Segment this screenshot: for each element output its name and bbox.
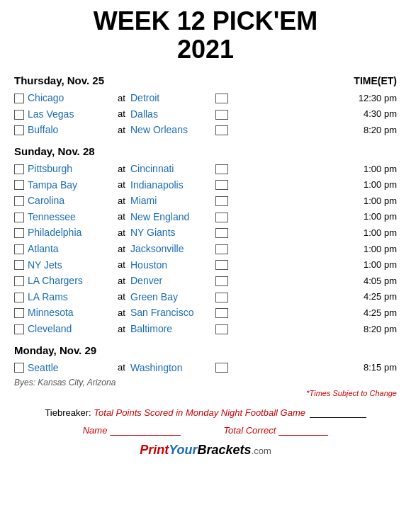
checkbox-away-1-5[interactable] <box>14 244 24 254</box>
at-label: at <box>113 179 130 191</box>
game-time: 4:25 pm <box>231 290 397 303</box>
time-header: TIME(ET) <box>354 75 397 86</box>
checkbox-home-1-4[interactable] <box>215 228 228 238</box>
team-away: Cleveland <box>28 322 113 336</box>
team-home: Indianapolis <box>130 179 215 193</box>
checkbox-away-0-2[interactable] <box>14 125 24 135</box>
tiebreaker-description: Total Points Scored in Monday Night Foot… <box>94 407 305 418</box>
team-away: Seattle <box>28 361 113 375</box>
checkbox-away-2-0[interactable] <box>14 363 24 373</box>
at-label: at <box>113 307 130 319</box>
at-label: at <box>113 361 130 374</box>
checkbox-away-1-0[interactable] <box>14 164 24 174</box>
table-row: SeattleatWashington8:15 pm <box>14 361 397 375</box>
at-label: at <box>113 163 130 176</box>
team-home: Cincinnati <box>130 162 215 176</box>
at-label: at <box>113 124 130 137</box>
correct-label: Total Correct <box>223 425 276 436</box>
table-row: TennesseeatNew England1:00 pm <box>14 210 397 225</box>
table-row: Tampa BayatIndianapolis1:00 pm <box>14 179 397 193</box>
table-row: AtlantaatJacksonville1:00 pm <box>14 242 397 256</box>
table-row: Las VegasatDallas4:30 pm <box>14 108 397 122</box>
checkbox-home-1-8[interactable] <box>215 293 228 302</box>
name-input-line[interactable] <box>110 435 181 436</box>
footer-brand: PrintYourBrackets.com <box>14 443 397 458</box>
team-away: Minnesota <box>28 306 113 320</box>
at-label: at <box>113 227 130 239</box>
section-header-1: Sunday, Nov. 28 <box>14 145 95 157</box>
at-label: at <box>113 108 130 120</box>
checkbox-away-1-6[interactable] <box>14 260 24 270</box>
byes-text: Byes: Kansas City, Arizona <box>14 378 397 387</box>
correct-input-line[interactable] <box>278 435 328 436</box>
table-row: LA ChargersatDenver4:05 pm <box>14 274 397 288</box>
game-time: 4:25 pm <box>231 307 397 319</box>
team-away: LA Rams <box>28 290 113 305</box>
game-time: 4:30 pm <box>231 108 397 120</box>
team-home: NY Giants <box>130 226 215 240</box>
at-label: at <box>113 92 130 105</box>
checkbox-home-1-0[interactable] <box>215 164 228 174</box>
page-title: WEEK 12 PICK'EM 2021 <box>14 7 397 63</box>
checkbox-away-1-4[interactable] <box>14 228 24 238</box>
table-row: CarolinaatMiami1:00 pm <box>14 194 397 208</box>
team-home: Denver <box>130 274 215 288</box>
checkbox-away-1-2[interactable] <box>14 196 24 206</box>
team-home: New Orleans <box>130 123 215 137</box>
team-home: Jacksonville <box>130 242 215 256</box>
name-field: Name <box>83 425 181 436</box>
checkbox-away-1-7[interactable] <box>14 276 24 286</box>
checkbox-home-2-0[interactable] <box>215 363 228 373</box>
checkbox-home-0-1[interactable] <box>215 110 228 120</box>
checkbox-away-1-8[interactable] <box>14 293 24 302</box>
game-time: 1:00 pm <box>231 243 397 256</box>
team-home: San Francisco <box>130 306 215 320</box>
tiebreaker-blank[interactable] <box>310 417 366 418</box>
checkbox-away-1-3[interactable] <box>14 213 24 222</box>
footer-your: Your <box>169 443 197 457</box>
team-away: Tennessee <box>28 210 113 225</box>
team-away: Carolina <box>28 194 113 208</box>
team-home: Green Bay <box>130 290 215 305</box>
checkbox-away-0-0[interactable] <box>14 94 24 103</box>
table-row: MinnesotaatSan Francisco4:25 pm <box>14 306 397 320</box>
at-label: at <box>113 323 130 336</box>
footer-brackets: Brackets <box>198 443 252 457</box>
team-away: Pittsburgh <box>28 162 113 176</box>
checkbox-home-0-2[interactable] <box>215 125 228 135</box>
checkbox-home-1-1[interactable] <box>215 180 228 190</box>
footer-print: Print <box>140 443 169 457</box>
table-row: BuffaloatNew Orleans8:20 pm <box>14 123 397 137</box>
table-row: PhiladelphiaatNY Giants1:00 pm <box>14 226 397 240</box>
game-time: 1:00 pm <box>231 227 397 239</box>
checkbox-home-1-9[interactable] <box>215 308 228 318</box>
checkbox-home-1-6[interactable] <box>215 260 228 270</box>
table-row: ClevelandatBaltimore8:20 pm <box>14 322 397 336</box>
team-home: Dallas <box>130 108 215 122</box>
section-header-2: Monday, Nov. 29 <box>14 344 96 356</box>
at-label: at <box>113 243 130 256</box>
checkbox-away-1-9[interactable] <box>14 308 24 318</box>
table-row: NY JetsatHouston1:00 pm <box>14 259 397 273</box>
checkbox-home-1-5[interactable] <box>215 244 228 254</box>
team-away: Atlanta <box>28 242 113 256</box>
checkbox-away-0-1[interactable] <box>14 110 24 120</box>
checkbox-away-1-1[interactable] <box>14 180 24 190</box>
checkbox-home-1-2[interactable] <box>215 196 228 206</box>
checkbox-home-1-3[interactable] <box>215 213 228 222</box>
name-label: Name <box>83 425 108 436</box>
game-time: 1:00 pm <box>231 259 397 271</box>
checkbox-home-1-7[interactable] <box>215 276 228 286</box>
game-time: 1:00 pm <box>231 163 397 176</box>
section-header-0: Thursday, Nov. 25 <box>14 74 104 86</box>
table-row: PittsburghatCincinnati1:00 pm <box>14 162 397 176</box>
team-away: Chicago <box>28 91 113 106</box>
checkbox-home-0-0[interactable] <box>215 94 228 103</box>
game-time: 1:00 pm <box>231 195 397 208</box>
checkbox-home-1-10[interactable] <box>215 324 228 334</box>
tiebreaker-label: Tiebreaker: <box>45 407 91 418</box>
game-time: 1:00 pm <box>231 210 397 223</box>
team-away: Philadelphia <box>28 226 113 240</box>
checkbox-away-1-10[interactable] <box>14 324 24 334</box>
team-home: New England <box>130 210 215 225</box>
